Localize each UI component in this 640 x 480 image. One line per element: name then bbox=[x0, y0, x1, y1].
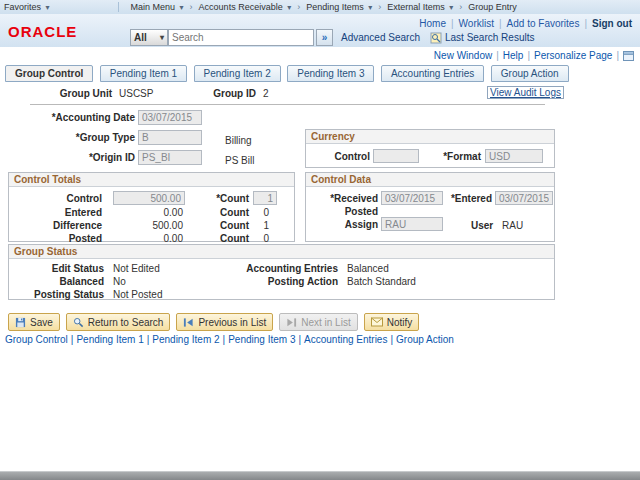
assign-field[interactable] bbox=[381, 217, 443, 231]
nav-separator: | bbox=[499, 18, 502, 29]
bottom-window-strip bbox=[0, 471, 640, 480]
currency-title: Currency bbox=[306, 130, 554, 144]
footer-link-pending-item-3[interactable]: Pending Item 3 bbox=[228, 334, 295, 345]
edit-status-label: Edit Status bbox=[17, 263, 104, 274]
entered-count-label: Count bbox=[201, 207, 249, 218]
posted-amount: 0.00 bbox=[113, 233, 183, 244]
accounting-date-field[interactable] bbox=[138, 110, 202, 125]
tab-pending-item-3[interactable]: Pending Item 3 bbox=[287, 65, 374, 82]
breadcrumb-item-external-items[interactable]: External Items ▾ bbox=[383, 2, 457, 12]
nav-separator: | bbox=[616, 50, 619, 61]
sign-out-link[interactable]: Sign out bbox=[592, 18, 632, 29]
breadcrumb-item-group-entry[interactable]: Group Entry bbox=[464, 2, 521, 12]
chevron-down-icon: ▾ bbox=[449, 3, 453, 12]
user-value: RAU bbox=[502, 220, 523, 231]
group-id-value: 2 bbox=[263, 88, 269, 99]
difference-amount: 500.00 bbox=[113, 220, 183, 231]
posted-label: Posted bbox=[17, 233, 102, 244]
entered-date-field[interactable] bbox=[495, 191, 553, 205]
footer-link-accounting-entries[interactable]: Accounting Entries bbox=[304, 334, 387, 345]
tab-accounting-entries[interactable]: Accounting Entries bbox=[381, 65, 484, 82]
return-to-search-label: Return to Search bbox=[88, 317, 164, 328]
return-to-search-icon bbox=[73, 317, 84, 328]
currency-format-field[interactable] bbox=[485, 149, 543, 163]
next-in-list-button[interactable]: Next in List bbox=[279, 313, 357, 331]
group-id-label: Group ID bbox=[180, 88, 256, 99]
previous-in-list-button[interactable]: Previous in List bbox=[176, 313, 273, 331]
link-separator: | bbox=[71, 334, 74, 345]
page-tabs: Group Control Pending Item 1 Pending Ite… bbox=[5, 63, 571, 80]
footer-link-pending-item-1[interactable]: Pending Item 1 bbox=[76, 334, 143, 345]
group-unit-value: USCSP bbox=[119, 88, 153, 99]
save-button-label: Save bbox=[30, 317, 53, 328]
currency-control-label: Control bbox=[312, 151, 370, 162]
new-window-link[interactable]: New Window bbox=[434, 50, 492, 61]
link-separator: | bbox=[147, 334, 150, 345]
control-count-field[interactable] bbox=[253, 191, 277, 205]
search-input[interactable] bbox=[168, 29, 314, 46]
tab-pending-item-1[interactable]: Pending Item 1 bbox=[100, 65, 187, 82]
search-scope-dropdown[interactable]: All ▾ bbox=[130, 29, 168, 46]
posting-action-label: Posting Action bbox=[209, 276, 338, 287]
group-status-title: Group Status bbox=[9, 245, 554, 259]
chevron-down-icon: ▾ bbox=[368, 3, 372, 12]
group-type-field[interactable] bbox=[138, 130, 202, 145]
breadcrumb-favorites[interactable]: Favorites ▾ bbox=[0, 2, 54, 12]
last-search-results-link[interactable]: Last Search Results bbox=[445, 32, 535, 43]
tab-group-control[interactable]: Group Control bbox=[5, 65, 93, 82]
last-search-results-icon bbox=[430, 32, 442, 44]
balanced-value: No bbox=[113, 276, 126, 287]
nav-separator: | bbox=[527, 50, 530, 61]
balanced-label: Balanced bbox=[17, 276, 104, 287]
window-grid-icon[interactable] bbox=[623, 51, 634, 61]
breadcrumb-main-menu[interactable]: Main Menu ▾ bbox=[127, 2, 188, 12]
footer-link-pending-item-2[interactable]: Pending Item 2 bbox=[152, 334, 219, 345]
nav-separator: | bbox=[451, 18, 454, 29]
save-button[interactable]: Save bbox=[8, 313, 60, 331]
breadcrumb-item-label: Pending Items bbox=[306, 2, 364, 12]
return-to-search-button[interactable]: Return to Search bbox=[66, 313, 171, 331]
oracle-logo: ORACLE bbox=[8, 23, 77, 40]
personalize-page-link[interactable]: Personalize Page bbox=[534, 50, 612, 61]
page-bar-links: New Window|Help|Personalize Page| bbox=[434, 50, 634, 61]
view-audit-logs-link[interactable]: View Audit Logs bbox=[487, 86, 564, 99]
breadcrumb-item-accounts-receivable[interactable]: Accounts Receivable ▾ bbox=[195, 2, 296, 12]
received-field[interactable] bbox=[381, 191, 443, 205]
posting-status-label: Posting Status bbox=[17, 289, 104, 300]
origin-id-description: PS Bill bbox=[225, 155, 254, 166]
control-data-title: Control Data bbox=[306, 173, 554, 187]
previous-in-list-label: Previous in List bbox=[198, 317, 266, 328]
assign-label: Assign bbox=[312, 219, 378, 230]
add-to-favorites-link[interactable]: Add to Favorites bbox=[507, 18, 580, 29]
group-type-label: *Group Type bbox=[0, 132, 135, 143]
notify-button[interactable]: Notify bbox=[364, 313, 420, 331]
worklist-link[interactable]: Worklist bbox=[459, 18, 494, 29]
origin-id-field[interactable] bbox=[138, 150, 202, 165]
next-in-list-label: Next in List bbox=[301, 317, 350, 328]
help-link[interactable]: Help bbox=[503, 50, 524, 61]
chevron-down-icon: ▾ bbox=[287, 3, 291, 12]
breadcrumb-item-label: External Items bbox=[387, 2, 445, 12]
tab-group-action[interactable]: Group Action bbox=[491, 65, 569, 82]
home-link[interactable]: Home bbox=[419, 18, 446, 29]
breadcrumb-favorites-label: Favorites bbox=[4, 2, 41, 12]
footer-link-group-action[interactable]: Group Action bbox=[396, 334, 454, 345]
entered-count: 0 bbox=[255, 207, 269, 218]
user-label: User bbox=[471, 220, 493, 231]
page-bar: New Window|Help|Personalize Page| bbox=[0, 47, 640, 63]
accounting-date-label: *Accounting Date bbox=[0, 112, 135, 123]
breadcrumb-separator: › bbox=[295, 2, 302, 12]
search-go-button[interactable]: » bbox=[316, 29, 333, 46]
entered-date-label: *Entered bbox=[448, 193, 492, 204]
currency-control-field[interactable] bbox=[373, 149, 419, 163]
breadcrumb-separator: › bbox=[457, 2, 464, 12]
tab-pending-item-2[interactable]: Pending Item 2 bbox=[194, 65, 281, 82]
origin-id-label: *Origin ID bbox=[0, 152, 135, 163]
global-search-bar: All ▾ » Advanced Search Last Search Resu… bbox=[130, 29, 534, 46]
breadcrumb-item-pending-items[interactable]: Pending Items ▾ bbox=[302, 2, 376, 12]
control-amount-field[interactable] bbox=[113, 191, 185, 205]
footer-link-group-control[interactable]: Group Control bbox=[5, 334, 68, 345]
advanced-search-link[interactable]: Advanced Search bbox=[341, 32, 420, 43]
notify-envelope-icon bbox=[371, 317, 383, 327]
page-toolbar: Save Return to Search Previous in List bbox=[8, 313, 419, 331]
